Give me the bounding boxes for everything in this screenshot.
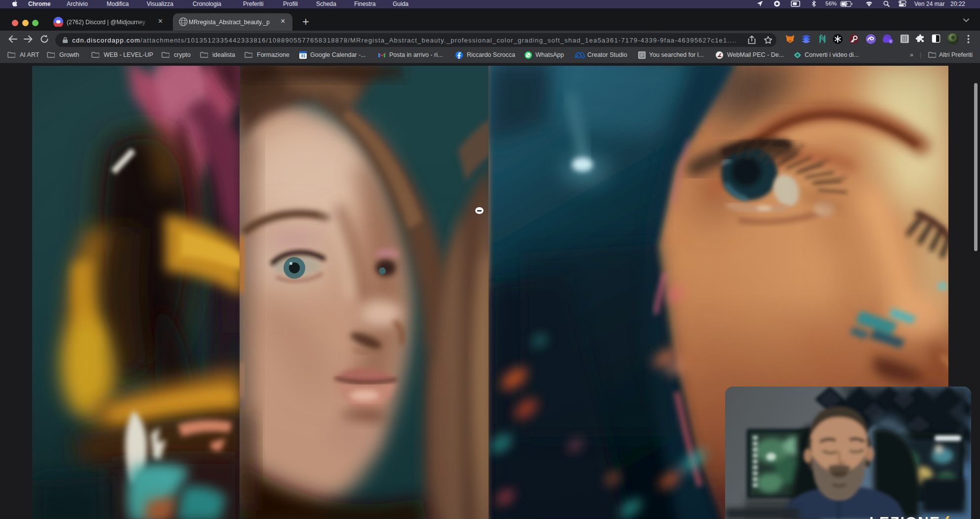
svg-text:31: 31 <box>300 53 305 58</box>
svg-text:S: S <box>890 40 892 43</box>
svg-text:LEZIONE: LEZIONE <box>869 514 940 519</box>
